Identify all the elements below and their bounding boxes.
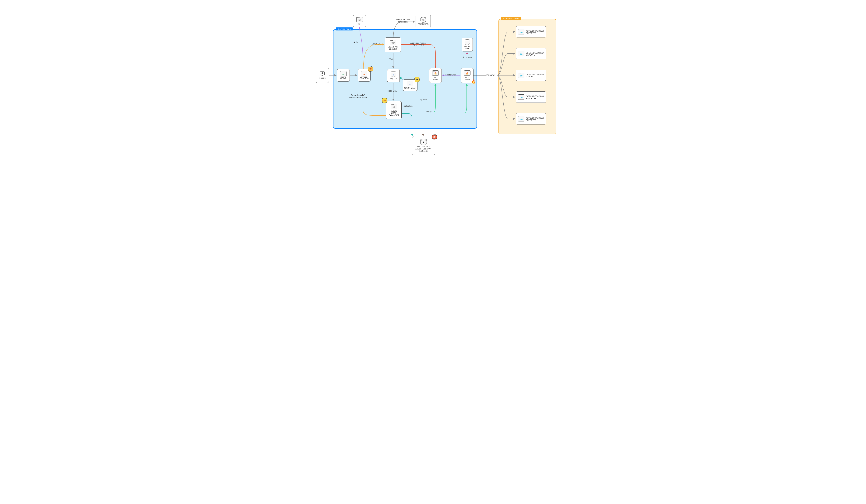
- node-sqlite: ◢ SQLITE: [387, 69, 400, 82]
- node-cold-tsdb: 🔥 COLD TSDB: [429, 68, 442, 83]
- node-exporter-4: GO CEEMS/DCGM/AMD EXPORTER: [516, 91, 546, 103]
- sticker-wow: W: [368, 66, 373, 72]
- prometheus-icon-cold: 🔥: [432, 70, 439, 76]
- node-local-disk: LOCAL DISK: [462, 38, 473, 52]
- node-litestream: ≋ LITESTREAM ★: [403, 79, 418, 91]
- node-hot-tsdb: 🔥 HOT TSDB 🔥: [461, 68, 474, 83]
- edge-api-slurm: [393, 22, 415, 38]
- node-users: USERS: [316, 68, 329, 83]
- storage-icon: ✦: [420, 139, 427, 145]
- rest-api-icon: RESTAPI: [390, 40, 396, 45]
- node-idp: </> IDP: [353, 15, 366, 27]
- nginx-icon: N: [340, 71, 346, 76]
- edge-lb-storage-repl: [402, 113, 412, 136]
- node-api-server: RESTAPI CEEMS API SERVER: [385, 37, 401, 52]
- db-icon: 🐘: [421, 17, 426, 23]
- svg-rect-0: [320, 72, 324, 75]
- edge-api-cold: [401, 44, 435, 68]
- architecture-diagram: Service node Compute nodes: [297, 0, 569, 159]
- sticker-litestream: ★: [414, 77, 420, 82]
- node-grafana: ✸ GRAFANA W: [358, 69, 370, 81]
- go-icon: GO: [518, 29, 524, 34]
- go-icon: GO: [518, 94, 524, 100]
- node-exporter-1: GO CEEMS/DCGM/AMD EXPORTER: [516, 26, 546, 37]
- svg-point-1: [322, 72, 323, 74]
- litestream-icon: ≋: [407, 81, 413, 86]
- prometheus-icon-hot: 🔥: [464, 70, 470, 76]
- user-icon: [320, 71, 325, 77]
- code-icon-lb: </>: [391, 104, 397, 109]
- disk-icon: [465, 40, 470, 45]
- code-icon: </>: [356, 17, 363, 22]
- edge-grafana-idp: [359, 27, 363, 70]
- node-storage: ✦ DISTRIBUTED FAULT TOLERANT STORAGE SOS: [412, 136, 435, 155]
- node-exporter-5: GO CEEMS/DCGM/AMD EXPORTER: [516, 113, 546, 124]
- node-load-balancer: </> CEEMS LOAD BALANCER STOP: [386, 101, 402, 119]
- fire-icon: 🔥: [471, 79, 476, 84]
- sqlite-icon: ◢: [391, 71, 396, 77]
- node-exporter-3: GO CEEMS/DCGM/AMD EXPORTER: [516, 70, 546, 81]
- go-icon: GO: [518, 72, 524, 78]
- node-nginx: N NGINX: [337, 69, 350, 81]
- sticker-stop: STOP: [382, 98, 387, 103]
- node-exporter-2: GO CEEMS/DCGM/AMD EXPORTER: [516, 48, 546, 59]
- node-slurmdbd: 🐘 SLURMDBD: [415, 15, 431, 28]
- grafana-icon: ✸: [361, 71, 367, 76]
- edge-grafana-api: [363, 44, 384, 70]
- edges-scrape-fanout: [497, 32, 515, 119]
- go-icon: GO: [518, 51, 524, 56]
- go-icon: GO: [518, 116, 524, 122]
